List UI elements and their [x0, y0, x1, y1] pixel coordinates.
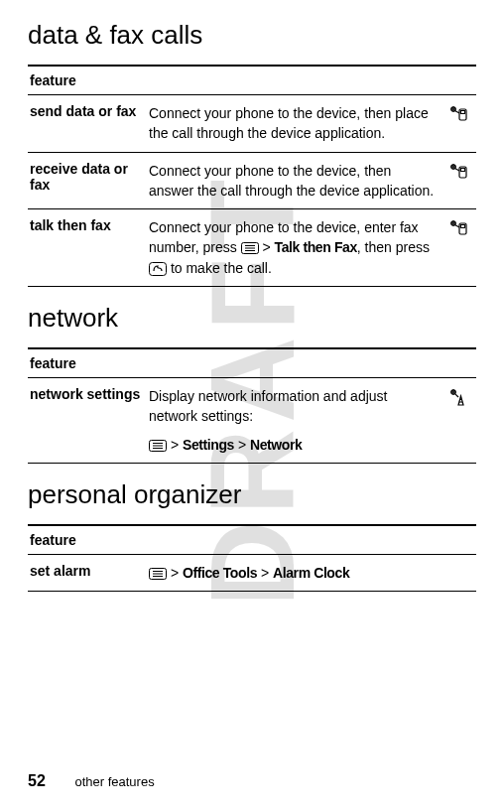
send-key-icon: [149, 262, 167, 276]
table-row: network settingsDisplay network informat…: [28, 378, 476, 464]
feature-label: network settings: [28, 378, 147, 464]
feature-icon-cell: [442, 378, 476, 464]
feature-label: talk then fax: [28, 209, 147, 287]
svg-line-20: [455, 225, 460, 228]
menu-key-icon: [241, 242, 259, 254]
table-header: feature: [28, 525, 476, 555]
feature-label: send data or fax: [28, 95, 147, 153]
svg-line-30: [455, 394, 458, 397]
page-footer: 52 other features: [28, 772, 155, 790]
data-connect-icon: [447, 103, 469, 123]
menu-key-icon: [149, 568, 167, 580]
svg-line-3: [455, 111, 460, 114]
feature-description: Connect your phone to the device, then a…: [147, 152, 442, 209]
network-icon: [447, 386, 469, 408]
feature-description: > Office Tools > Alarm Clock: [147, 554, 442, 591]
menu-key-icon: [149, 440, 167, 452]
section-heading: personal organizer: [28, 479, 476, 510]
table-row: talk then faxConnect your phone to the d…: [28, 209, 476, 287]
feature-icon-cell: [442, 152, 476, 209]
feature-table: featuresend data or faxConnect your phon…: [28, 65, 476, 287]
svg-line-9: [455, 168, 460, 171]
feature-description: Connect your phone to the device, then p…: [147, 95, 442, 153]
page-number: 52: [28, 772, 46, 789]
feature-table: featureset alarm > Office Tools > Alarm …: [28, 524, 476, 592]
svg-rect-5: [461, 111, 465, 114]
table-row: receive data or faxConnect your phone to…: [28, 152, 476, 209]
feature-icon-cell: [442, 95, 476, 153]
table-row: send data or faxConnect your phone to th…: [28, 95, 476, 153]
feature-table: featurenetwork settingsDisplay network i…: [28, 347, 476, 464]
feature-icon-cell: [442, 209, 476, 287]
svg-rect-11: [461, 168, 465, 171]
feature-label: set alarm: [28, 554, 147, 591]
table-row: set alarm > Office Tools > Alarm Clock: [28, 554, 476, 591]
svg-rect-16: [150, 262, 167, 275]
feature-label: receive data or fax: [28, 152, 147, 209]
section-heading: network: [28, 303, 476, 334]
feature-description: Display network information and adjust n…: [147, 378, 442, 464]
feature-icon-cell: [442, 554, 476, 591]
feature-description: Connect your phone to the device, enter …: [147, 209, 442, 287]
data-connect-icon: [447, 217, 469, 237]
table-header: feature: [28, 348, 476, 378]
svg-rect-22: [461, 225, 465, 228]
section-heading: data & fax calls: [28, 20, 476, 51]
data-connect-icon: [447, 161, 469, 181]
footer-section: other features: [74, 774, 154, 789]
table-header: feature: [28, 66, 476, 95]
